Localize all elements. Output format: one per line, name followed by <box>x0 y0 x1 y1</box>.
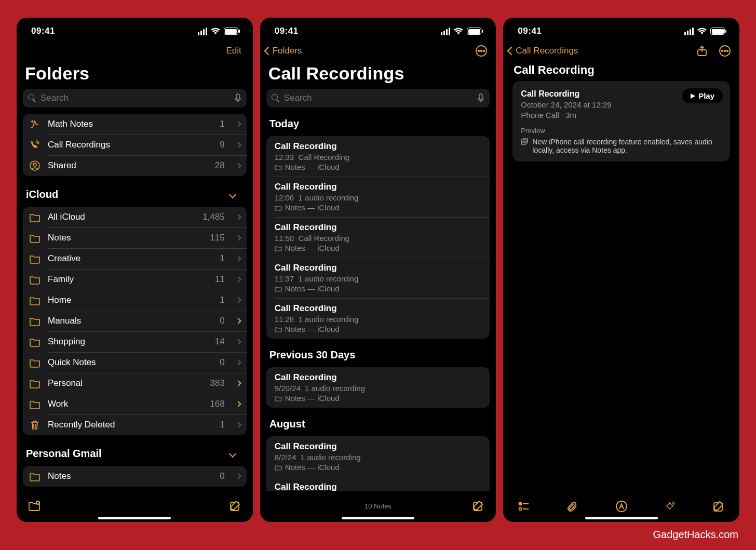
note-row[interactable]: Call Recording11:28 1 audio recordingNot… <box>266 298 490 339</box>
folder-mini-icon <box>275 286 282 292</box>
back-label: Folders <box>273 46 302 56</box>
section-header-gmail[interactable]: Personal Gmail <box>23 438 247 463</box>
search-input[interactable] <box>284 93 474 103</box>
folder-icon <box>29 315 40 327</box>
mic-icon[interactable] <box>477 93 484 103</box>
svg-point-6 <box>478 50 480 52</box>
svg-rect-16 <box>521 140 526 144</box>
search-field[interactable] <box>266 89 490 108</box>
folder-icon <box>29 253 40 264</box>
play-label: Play <box>698 91 714 100</box>
wifi-icon <box>697 28 707 35</box>
compose-icon[interactable] <box>712 500 725 513</box>
note-subtitle: 12:33 Call Recording <box>275 153 482 162</box>
folder-row[interactable]: Shopping14 <box>23 331 247 352</box>
folder-count: 1 <box>220 253 224 264</box>
folder-row[interactable]: Creative1 <box>23 248 247 269</box>
folder-icon <box>29 357 40 368</box>
folder-row[interactable]: Quick Notes0 <box>23 352 247 373</box>
note-title: Call Recording <box>275 482 482 491</box>
folder-row[interactable]: Home1 <box>23 290 247 311</box>
preview-label: Preview <box>521 127 723 135</box>
folder-count: 1 <box>220 295 224 305</box>
folder-count: 0 <box>220 471 224 481</box>
folder-label: Call Recordings <box>48 140 212 150</box>
note-row[interactable]: Call Recording12:06 1 audio recordingNot… <box>266 177 490 217</box>
folder-row-shared[interactable]: Shared 28 <box>23 155 247 176</box>
note-subtitle: 8/2/24 1 audio recording <box>275 453 482 462</box>
folder-row[interactable]: Notes 0 <box>23 466 247 487</box>
home-indicator <box>585 517 658 519</box>
section-header-icloud[interactable]: iCloud <box>23 179 247 204</box>
more-icon[interactable] <box>475 45 488 57</box>
note-row[interactable]: Call Recording11:50 Call RecordingNotes … <box>266 217 490 258</box>
nav-bar: Folders <box>260 42 496 60</box>
notes-list-content: TodayCall Recording12:33 Call RecordingN… <box>260 111 496 491</box>
search-input[interactable] <box>40 93 230 103</box>
folder-label: Notes <box>48 471 212 481</box>
folders-content: Math Notes 1 Call Recordings 9 Shared 28 <box>17 111 253 491</box>
note-location: Notes — iCloud <box>275 203 482 212</box>
new-folder-icon[interactable] <box>28 500 40 512</box>
more-icon[interactable] <box>719 45 731 57</box>
chevron-right-icon <box>235 297 241 303</box>
folder-row-math[interactable]: Math Notes 1 <box>23 114 247 135</box>
note-title: Call Recording <box>275 441 482 452</box>
folder-row[interactable]: Work168 <box>23 394 247 414</box>
folder-row[interactable]: Family11 <box>23 269 247 290</box>
note-row[interactable]: Call Recording8/2/24 1 audio recordingNo… <box>266 436 490 477</box>
search-field[interactable] <box>23 89 247 108</box>
nav-bar: Call Recordings <box>503 42 739 60</box>
compose-icon[interactable] <box>229 500 241 512</box>
status-icons <box>441 28 481 35</box>
trash-icon <box>29 419 40 431</box>
cellular-icon <box>198 28 207 35</box>
chevron-right-icon <box>235 214 241 220</box>
note-title: Call Recording <box>275 372 482 383</box>
phone-notes-list-screen: 09:41 Folders Call Recordings TodayCall … <box>260 18 496 522</box>
chevron-left-icon <box>507 47 516 56</box>
folder-mini-icon <box>275 164 282 170</box>
status-bar: 09:41 <box>260 21 496 42</box>
folder-count: 14 <box>215 337 225 347</box>
folder-row[interactable]: Recently Deleted1 <box>23 414 247 435</box>
note-row[interactable]: Call Recording12:33 Call RecordingNotes … <box>266 136 490 177</box>
folder-count: 11 <box>215 274 225 285</box>
ai-icon[interactable] <box>664 500 676 513</box>
folder-count: 0 <box>220 357 224 368</box>
folder-count: 0 <box>220 316 224 326</box>
folder-row[interactable]: Personal383 <box>23 373 247 394</box>
note-row[interactable]: Call Recording <box>266 477 490 491</box>
folder-icon <box>29 471 40 482</box>
markup-icon[interactable] <box>615 500 628 513</box>
phone-note-detail-screen: 09:41 Call Recordings Call Recording <box>503 18 739 522</box>
play-button[interactable]: Play <box>682 88 723 103</box>
checklist-icon[interactable] <box>518 500 530 513</box>
folder-icon <box>29 398 40 410</box>
note-row[interactable]: Call Recording11:37 1 audio recordingNot… <box>266 258 490 298</box>
recording-source: Phone Call · 3m <box>521 110 611 120</box>
folder-icon <box>29 232 40 244</box>
home-indicator <box>342 517 414 519</box>
folder-count: 1 <box>220 420 224 430</box>
back-button[interactable]: Call Recordings <box>508 46 578 56</box>
folder-row-call-recordings[interactable]: Call Recordings 9 <box>23 135 247 155</box>
preview-text: New iPhone call recording feature enable… <box>532 138 723 154</box>
section-label: Personal Gmail <box>26 448 102 460</box>
back-button[interactable]: Folders <box>265 46 302 56</box>
cellular-icon <box>441 28 450 35</box>
folder-icon <box>29 336 40 347</box>
wifi-icon <box>453 28 464 35</box>
battery-icon <box>467 28 481 35</box>
attachment-icon[interactable] <box>566 500 579 513</box>
mic-icon[interactable] <box>234 93 241 103</box>
chevron-right-icon <box>235 276 241 282</box>
share-icon[interactable] <box>696 45 708 57</box>
edit-button[interactable]: Edit <box>226 46 244 56</box>
folder-row[interactable]: All iCloud1,485 <box>23 207 247 227</box>
note-row[interactable]: Call Recording9/20/24 1 audio recordingN… <box>266 367 490 408</box>
smart-folders-card: Math Notes 1 Call Recordings 9 Shared 28 <box>23 114 247 176</box>
folder-row[interactable]: Notes115 <box>23 227 247 248</box>
folder-count: 1 <box>220 119 224 129</box>
folder-row[interactable]: Manuals0 <box>23 311 247 331</box>
